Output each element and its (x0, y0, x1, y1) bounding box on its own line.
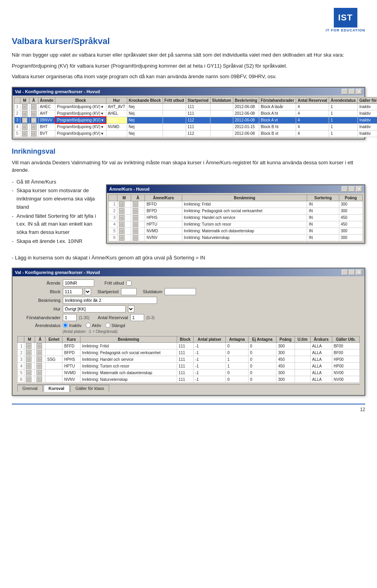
col-enhet: Enhet (46, 336, 62, 343)
two-col-layout: Gå till Ämne/KursSkapa kurser som motsva… (12, 178, 365, 250)
forsta-input[interactable] (63, 314, 77, 321)
block-input[interactable] (63, 288, 82, 295)
col-krock: Krockande Block (127, 97, 163, 103)
block-select[interactable] (85, 288, 91, 295)
slutdatum-input[interactable] (165, 288, 196, 295)
col-poang: Poäng (276, 336, 295, 343)
close-button[interactable]: ✕ (356, 270, 362, 275)
status-inaktiv-radio[interactable] (63, 323, 68, 328)
form-row-block: Block Startperiod Slutdatum (17, 288, 360, 295)
hur-input[interactable] (63, 305, 126, 312)
minimize-button[interactable]: _ (342, 89, 348, 94)
col-kurs: Ämne/Kurs (145, 195, 182, 201)
table-row: 2 (15, 110, 20, 117)
maximize-button[interactable]: □ (349, 186, 355, 192)
status-aktiv-radio[interactable] (86, 323, 91, 328)
minimize-button[interactable]: _ (342, 270, 348, 275)
col-status: Ärendestatus (329, 97, 358, 103)
close-button[interactable]: ✕ (356, 186, 362, 192)
dialog1-title: Val - Konfigurering grenar/kurser - Huvu… (15, 89, 100, 94)
col-a: Å (29, 97, 38, 103)
table-row: 6 □ □ NVNV Inriktning: Naturvetenskap IN… (109, 234, 363, 241)
col-m: M (20, 97, 29, 103)
col-sort: Sortering (307, 195, 339, 201)
forsta-label: Förstahandsrader (17, 315, 60, 320)
dialog1-buttons[interactable]: _ □ ✕ (342, 89, 362, 94)
dialog3-title: Val - Konfigurering grenar/kurser - Huvu… (15, 270, 100, 275)
forsta-range: (1-30) (79, 316, 90, 320)
form-row-note: (Antal platser: -1 = Obegränsat) (17, 329, 360, 334)
tab-kursval[interactable]: Kursval (44, 385, 70, 392)
table-row: 2 □ □ BFPD Inriktning: Pedagogisk och so… (109, 208, 363, 214)
col-fritt: Fritt utbud (163, 97, 186, 103)
page-number: 12 (360, 407, 365, 412)
col-start: Startperiod (186, 97, 210, 103)
logo-text: IST (338, 13, 353, 23)
dialog2-buttons[interactable]: _ □ ✕ (342, 186, 362, 192)
col-galler: Gäller för klass (357, 97, 377, 103)
block-label: Block (17, 289, 60, 294)
status-aktiv-label: Aktiv (86, 323, 101, 328)
bullet-list: Gå till Ämne/KursSkapa kurser som motsva… (12, 178, 98, 246)
col-utim: U.tim (295, 336, 310, 343)
dialog3-table: M Å Enhet Kurs Benämning Block Antal pla… (17, 336, 360, 383)
dialog3-tabs: Grenval Kursval Gäller för klass (17, 384, 360, 392)
table-row: 1 □ □ BFFD Inriktning: Fritid 111 -1 0 0… (18, 343, 360, 349)
antal-platser-note: (Antal platser: -1 = Obegränsat) (62, 329, 117, 334)
section2-divider: Inrikningsval Vill man använda Dexters V… (12, 147, 365, 174)
tab-grenval[interactable]: Grenval (17, 385, 43, 392)
table-row: 3 □ □ HPHS Inriktning: Handel och servic… (109, 214, 363, 221)
status-stangd-radio[interactable] (105, 323, 110, 328)
col-ejantagna: Ej Antagna (248, 336, 276, 343)
form-row-forsta: Förstahandsrader (1-30) Antal Reservval … (17, 314, 360, 321)
dialog2-titlebar: Ämne/Kurs - Huvud _ □ ✕ (107, 185, 364, 193)
fritt-label: Fritt utbud (104, 281, 124, 285)
maximize-button[interactable]: □ (349, 89, 355, 94)
col-benamning: Benämning (80, 336, 177, 343)
col-a: Å (131, 195, 145, 201)
col-antal: Antal platser (194, 336, 226, 343)
col-num (109, 195, 117, 201)
minimize-button[interactable]: _ (342, 186, 348, 192)
form-row-arende: Ärende Fritt utbud (17, 279, 360, 287)
close-button[interactable]: ✕ (356, 89, 362, 94)
logo-tagline: IT FOR EDUCATION (326, 28, 365, 32)
logo-box: IST IT FOR EDUCATION (326, 8, 365, 32)
section1-para3: Valbara kurser organiseras ofta inom var… (12, 73, 365, 81)
col-reserv: Antal Reservval (296, 97, 329, 103)
col-a: Å (35, 336, 46, 343)
antal-input[interactable] (130, 314, 144, 321)
maximize-button[interactable]: □ (349, 270, 355, 275)
dialog1: Val - Konfigurering grenar/kurser - Huvu… (12, 87, 365, 140)
table-row: 1 (15, 103, 20, 110)
fritt-checkbox[interactable] (126, 281, 132, 286)
startperiod-input[interactable] (121, 288, 137, 295)
col-kurs: Kurs (62, 336, 80, 343)
arende-input[interactable] (63, 279, 94, 287)
col-arende: Ärende (38, 97, 55, 103)
form-row-status: Ärendestatus Inaktiv Aktiv Stängd (17, 323, 360, 328)
col-num (18, 336, 24, 343)
dialog2: Ämne/Kurs - Huvud _ □ ✕ M Å Ämne/Kurs (106, 184, 365, 244)
status-label: Ärendestatus (17, 323, 60, 328)
antal-range: (0-3) (146, 316, 155, 320)
tab-galler-klass[interactable]: Gäller för klass (70, 385, 109, 392)
col-num (15, 97, 20, 103)
col-m: M (24, 336, 35, 343)
col-arskurs: Årskurs (310, 336, 332, 343)
besk-input[interactable] (63, 297, 157, 304)
dialog3-buttons[interactable]: _ □ ✕ (342, 270, 362, 275)
dialog1-titlebar: Val - Konfigurering grenar/kurser - Huvu… (13, 88, 364, 96)
hur-select[interactable] (128, 305, 134, 312)
col-block: Block (55, 97, 106, 103)
list-item: Gå till Ämne/Kurs (12, 178, 98, 186)
status-radio-group: Inaktiv Aktiv Stängd (63, 323, 125, 328)
last-bullet-text: - Lägg in kurserna som du skapat i Ämne/… (12, 254, 365, 262)
col-slut: Slutdatum (210, 97, 233, 103)
table-row: 4 □ □ HPTU Inriktning: Turism och resor … (18, 363, 360, 369)
table-row: 3 □ □ SSG HPHS Inriktning: Handel och se… (18, 356, 360, 363)
besk-label: Beskrivning (17, 298, 60, 303)
list-item: Skapa kurser som motsvarar de inriktning… (12, 187, 98, 211)
logo-image: IST (334, 8, 357, 28)
col-besk: Beskrivning (233, 97, 259, 103)
